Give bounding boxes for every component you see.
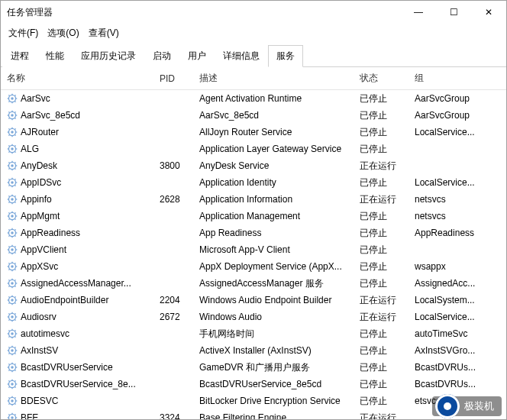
service-row[interactable]: AssignedAccessManager...AssignedAccessMa…: [1, 275, 506, 292]
service-row[interactable]: AppVClientMicrosoft App-V Client已停止: [1, 241, 506, 258]
cell-pid: [153, 332, 193, 335]
cell-name: BDESVC: [1, 394, 153, 408]
service-gear-icon: [7, 93, 18, 104]
svg-line-19: [8, 118, 9, 118]
svg-line-178: [15, 380, 15, 381]
service-row[interactable]: AppMgmtApplication Management已停止netsvcs: [1, 208, 506, 225]
service-row[interactable]: BcastDVRUserServiceGameDVR 和广播用户服务已停止Bca…: [1, 359, 506, 376]
service-row[interactable]: AppXSvcAppX Deployment Service (AppX...已…: [1, 258, 506, 275]
svg-point-51: [11, 181, 14, 184]
cell-status: 已停止: [354, 326, 409, 342]
service-gear-icon: [7, 312, 18, 322]
svg-line-87: [15, 235, 15, 236]
cell-group: AxInstSVGro...: [409, 344, 491, 357]
cell-group: LocalService...: [409, 310, 491, 324]
svg-line-138: [15, 313, 15, 314]
service-row[interactable]: AppReadinessApp Readiness已停止AppReadiness: [1, 225, 506, 241]
svg-line-188: [15, 397, 15, 398]
menu-file[interactable]: 文件(F): [5, 25, 41, 41]
service-row[interactable]: Audiosrv2672Windows Audio正在运行LocalServic…: [1, 309, 506, 325]
svg-line-176: [8, 380, 9, 381]
cell-group: [409, 147, 491, 150]
service-row[interactable]: AnyDesk3800AnyDesk Service正在运行: [1, 157, 506, 174]
minimize-button[interactable]: —: [401, 1, 436, 24]
svg-line-67: [15, 202, 15, 202]
service-row[interactable]: AarSvc_8e5cdAarSvc_8e5cd已停止AarSvcGroup: [1, 107, 506, 124]
tab-2[interactable]: 应用历史记录: [73, 45, 144, 67]
service-gear-icon: [7, 345, 18, 356]
service-row[interactable]: AppIDSvcApplication Identity已停止LocalServ…: [1, 174, 506, 191]
menu-view[interactable]: 查看(V): [86, 25, 122, 41]
services-list[interactable]: AarSvcAgent Activation Runtime已停止AarSvcG…: [1, 90, 506, 419]
tab-1[interactable]: 性能: [37, 45, 73, 67]
cell-desc: AppX Deployment Service (AppX...: [193, 260, 354, 273]
cell-name: AJRouter: [1, 125, 153, 139]
service-row[interactable]: BcastDVRUserService_8e...BcastDVRUserSer…: [1, 376, 506, 393]
header-desc[interactable]: 描述: [193, 67, 354, 89]
cell-pid: [153, 231, 193, 234]
service-row[interactable]: ALGApplication Layer Gateway Service已停止: [1, 141, 506, 157]
header-status[interactable]: 状态: [354, 67, 409, 89]
svg-line-29: [8, 134, 9, 135]
cell-name: Appinfo: [1, 192, 153, 206]
cell-status: 已停止: [354, 343, 409, 359]
service-row[interactable]: Appinfo2628Application Information正在运行ne…: [1, 191, 506, 208]
cell-desc: Windows Audio: [193, 310, 354, 324]
svg-point-141: [11, 332, 14, 335]
cell-pid: [153, 181, 193, 184]
titlebar[interactable]: 任务管理器 — ☐ ✕: [1, 1, 506, 24]
tab-6[interactable]: 服务: [268, 45, 303, 67]
header-name[interactable]: 名称: [1, 67, 153, 89]
cell-name: AppReadiness: [1, 226, 153, 240]
service-row[interactable]: BFE3324Base Filtering Engine正在运行...: [1, 409, 506, 419]
svg-line-186: [8, 397, 9, 398]
service-row[interactable]: AxInstSVActiveX Installer (AxInstSV)已停止A…: [1, 342, 506, 359]
service-gear-icon: [7, 194, 18, 205]
svg-line-28: [15, 128, 15, 129]
service-row[interactable]: AJRouterAllJoyn Router Service已停止LocalSe…: [1, 124, 506, 141]
header-group[interactable]: 组: [409, 67, 491, 89]
svg-line-96: [8, 246, 9, 247]
service-row[interactable]: AudioEndpointBuilder2204Windows Audio En…: [1, 292, 506, 309]
close-button[interactable]: ✕: [471, 1, 506, 24]
cell-status: 已停止: [354, 259, 409, 275]
cell-status: 正在运行: [354, 192, 409, 208]
svg-line-6: [8, 95, 9, 95]
header-pid[interactable]: PID: [153, 69, 193, 89]
service-gear-icon: [7, 328, 18, 339]
cell-status: 已停止: [354, 393, 409, 409]
svg-line-59: [8, 185, 9, 186]
tab-3[interactable]: 启动: [144, 45, 179, 67]
svg-line-26: [8, 128, 9, 129]
cell-desc: Microsoft App-V Client: [193, 243, 354, 257]
cell-name: AppMgmt: [1, 209, 153, 223]
svg-line-77: [15, 218, 15, 219]
svg-line-128: [15, 296, 15, 297]
service-row[interactable]: BDESVCBitLocker Drive Encryption Service…: [1, 393, 506, 409]
svg-line-148: [15, 330, 15, 331]
svg-line-9: [8, 101, 9, 102]
service-gear-icon: [7, 160, 18, 171]
window-title: 任务管理器: [7, 6, 401, 19]
service-gear-icon: [7, 144, 18, 154]
tab-4[interactable]: 用户: [179, 45, 215, 67]
service-row[interactable]: autotimesvc手机网络时间已停止autoTimeSvc: [1, 325, 506, 342]
svg-point-121: [11, 299, 14, 302]
cell-desc: AnyDesk Service: [193, 159, 354, 173]
column-headers: 名称 PID 描述 状态 组: [1, 67, 506, 90]
cell-desc: Application Identity: [193, 176, 354, 189]
svg-line-89: [8, 235, 9, 236]
tab-5[interactable]: 详细信息: [215, 45, 268, 67]
cell-status: 已停止: [354, 208, 409, 225]
svg-line-68: [15, 195, 15, 196]
menu-options[interactable]: 选项(O): [44, 25, 82, 41]
maximize-button[interactable]: ☐: [436, 1, 471, 24]
cell-desc: Application Layer Gateway Service: [193, 142, 354, 156]
service-gear-icon: [7, 244, 18, 255]
svg-line-27: [15, 134, 15, 135]
service-row[interactable]: AarSvcAgent Activation Runtime已停止AarSvcG…: [1, 90, 506, 107]
cell-desc: 手机网络时间: [193, 326, 354, 342]
cell-group: BcastDVRUs...: [409, 377, 491, 391]
svg-point-91: [11, 248, 14, 251]
tab-0[interactable]: 进程: [2, 45, 37, 67]
